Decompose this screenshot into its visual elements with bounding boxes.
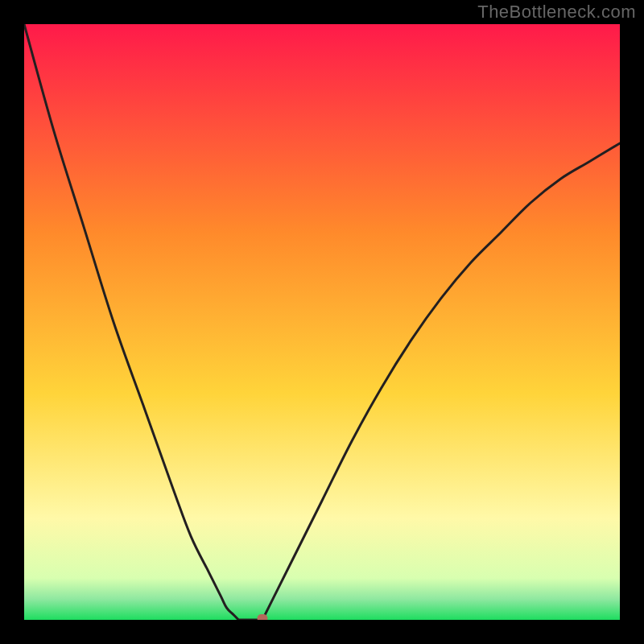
notch-marker <box>258 614 268 620</box>
plot-area <box>24 24 620 620</box>
chart-frame: TheBottleneck.com <box>0 0 644 644</box>
bottleneck-curve <box>24 24 620 620</box>
watermark-text: TheBottleneck.com <box>477 2 636 23</box>
